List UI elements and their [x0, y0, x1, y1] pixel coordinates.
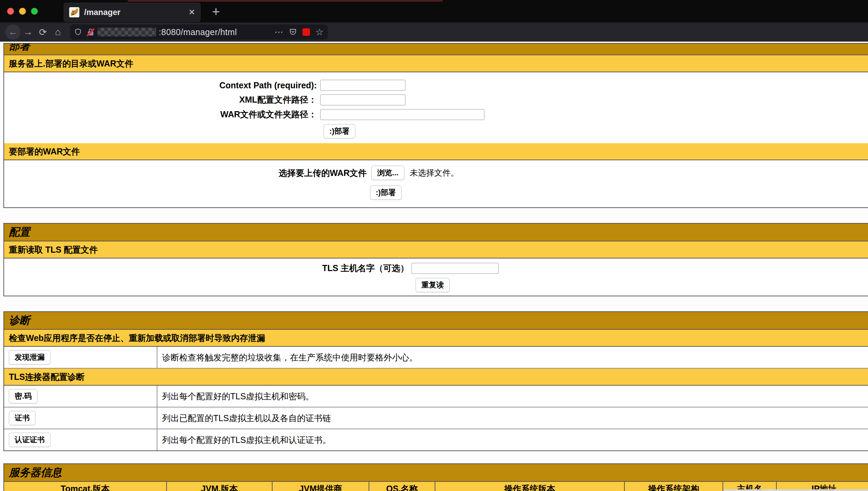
server-info-section: 服务器信息 Tomcat.版本JVM.版本JVM提供商OS.名称操作系统版本操作…: [3, 463, 868, 491]
tls-diagnostic-description: 列出每个配置好的TLS虚拟主机和密码。: [157, 386, 868, 407]
url-bar[interactable]: :8080/manager/html ⋯ ☆: [70, 25, 328, 40]
memory-leak-header: 检查Web应用程序是否在停止、重新加载或取消部署时导致内存泄漏: [4, 330, 868, 347]
diagnostics-section: 诊断 检查Web应用程序是否在停止、重新加载或取消部署时导致内存泄漏 发现泄漏 …: [3, 311, 868, 451]
url-text[interactable]: :8080/manager/html: [159, 27, 237, 37]
deploy-field-input[interactable]: [320, 94, 405, 105]
forward-button[interactable]: →: [20, 25, 35, 40]
new-tab-button[interactable]: +: [207, 3, 225, 20]
config-section-title: 配置: [4, 224, 868, 241]
window-controls: [7, 8, 38, 15]
select-war-label: 选择要上传的WAR文件: [279, 167, 367, 179]
deploy-field-row: XML配置文件路径：: [4, 94, 868, 105]
find-leaks-description: 诊断检查将触发完整的垃圾收集，在生产系统中使用时要格外小心。: [157, 347, 868, 368]
browser-tab[interactable]: /manager ✕: [64, 3, 201, 22]
tracking-protection-shield-icon[interactable]: [74, 28, 82, 36]
redacted-host-address: [97, 28, 156, 36]
deploy-field-label: WAR文件或文件夹路径：: [4, 109, 320, 120]
titlebar: /manager ✕ +: [0, 0, 868, 23]
tls-diagnostics-header: TLS连接器配置诊断: [4, 368, 868, 386]
deploy-section-title: 部署: [4, 43, 868, 55]
no-file-selected-text: 未选择文件。: [410, 167, 459, 178]
screenshot-extension-icon[interactable]: [303, 28, 310, 36]
deploy-on-server-header: 服务器上.部署的目录或WAR文件: [4, 55, 868, 72]
deploy-section: 部署 服务器上.部署的目录或WAR文件 Context Path (requir…: [3, 43, 868, 208]
deploy-form-fields: Context Path (required):XML配置文件路径：WAR文件或…: [4, 80, 868, 120]
server-info-column-header: JVM.版本: [167, 482, 273, 491]
war-upload-form: 选择要上传的WAR文件 浏览... 未选择文件。 :)部署: [4, 160, 868, 207]
diagnostics-section-title: 诊断: [4, 312, 868, 330]
tls-host-input[interactable]: [412, 263, 499, 274]
page-actions-icon[interactable]: ⋯: [275, 27, 283, 38]
deploy-field-label: XML配置文件路径：: [4, 94, 320, 105]
tls-diagnostic-row: 认证证书列出每个配置好的TLS虚拟主机和认证证书。: [4, 429, 868, 450]
tls-reread-header: 重新读取 TLS 配置文件: [4, 241, 868, 258]
back-button[interactable]: ←: [5, 25, 20, 40]
server-info-column-header: 操作系统版本: [435, 482, 625, 491]
tomcat-manager-page: 部署 服务器上.部署的目录或WAR文件 Context Path (requir…: [0, 42, 868, 491]
server-info-title: 服务器信息: [4, 464, 868, 482]
war-to-deploy-header: 要部署的WAR文件: [4, 143, 868, 160]
close-window-button[interactable]: [7, 8, 14, 15]
tab-title: /manager: [84, 8, 121, 17]
deploy-button[interactable]: :)部署: [324, 124, 355, 138]
upload-deploy-button[interactable]: :)部署: [370, 185, 402, 200]
tls-host-label: TLS 主机名字（可选）: [4, 263, 412, 274]
tab-accent-line: [128, 0, 443, 2]
tls-diagnostic-description: 列出每个配置好的TLS虚拟主机和认证证书。: [157, 429, 868, 450]
bookmark-star-icon[interactable]: ☆: [315, 27, 324, 38]
find-leaks-button[interactable]: 发现泄漏: [9, 350, 50, 364]
server-info-column-header: 操作系统架构: [625, 482, 723, 491]
browse-button[interactable]: 浏览...: [371, 166, 404, 180]
server-info-column-header: Tomcat.版本: [4, 482, 167, 491]
maximize-window-button[interactable]: [31, 8, 38, 15]
tomcat-favicon-icon: [69, 7, 79, 17]
deploy-field-row: WAR文件或文件夹路径：: [4, 109, 868, 120]
tls-diagnostic-row: 证书列出已配置的TLS虚拟主机以及各自的证书链: [4, 407, 868, 429]
reload-button[interactable]: ⟳: [35, 25, 50, 40]
deploy-field-input[interactable]: [320, 109, 484, 120]
tls-diagnostic-button[interactable]: 认证证书: [9, 433, 50, 447]
config-section: 配置 重新读取 TLS 配置文件 TLS 主机名字（可选） 重复读: [3, 223, 868, 296]
insecure-lock-icon[interactable]: [87, 28, 95, 36]
tab-close-icon[interactable]: ✕: [188, 8, 195, 17]
deploy-field-row: Context Path (required):: [4, 80, 868, 91]
find-leaks-row: 发现泄漏 诊断检查将触发完整的垃圾收集，在生产系统中使用时要格外小心。: [4, 347, 868, 368]
deploy-field-label: Context Path (required):: [4, 80, 320, 90]
pocket-icon[interactable]: [289, 28, 297, 36]
reread-button[interactable]: 重复读: [416, 278, 450, 292]
deploy-field-input[interactable]: [320, 80, 405, 91]
home-button[interactable]: ⌂: [50, 25, 65, 40]
tls-diagnostic-description: 列出已配置的TLS虚拟主机以及各自的证书链: [157, 407, 868, 429]
tls-diagnostic-rows: 密.码列出每个配置好的TLS虚拟主机和密码。证书列出已配置的TLS虚拟主机以及各…: [4, 386, 868, 450]
tls-diagnostic-row: 密.码列出每个配置好的TLS虚拟主机和密码。: [4, 386, 868, 407]
deploy-form: Context Path (required):XML配置文件路径：WAR文件或…: [4, 72, 868, 143]
navigation-toolbar: ← → ⟳ ⌂ :8080/manager/html ⋯: [0, 23, 868, 42]
minimize-window-button[interactable]: [19, 8, 26, 15]
tls-diagnostic-button[interactable]: 密.码: [9, 389, 37, 403]
tls-diagnostic-button[interactable]: 证书: [9, 411, 35, 425]
server-info-column-header: JVM提供商: [273, 482, 369, 491]
browser-window: /manager ✕ + ← → ⟳ ⌂ :8080/manager/html …: [0, 0, 868, 491]
redaction-overlay: [724, 489, 868, 491]
server-info-column-header: OS.名称: [369, 482, 435, 491]
